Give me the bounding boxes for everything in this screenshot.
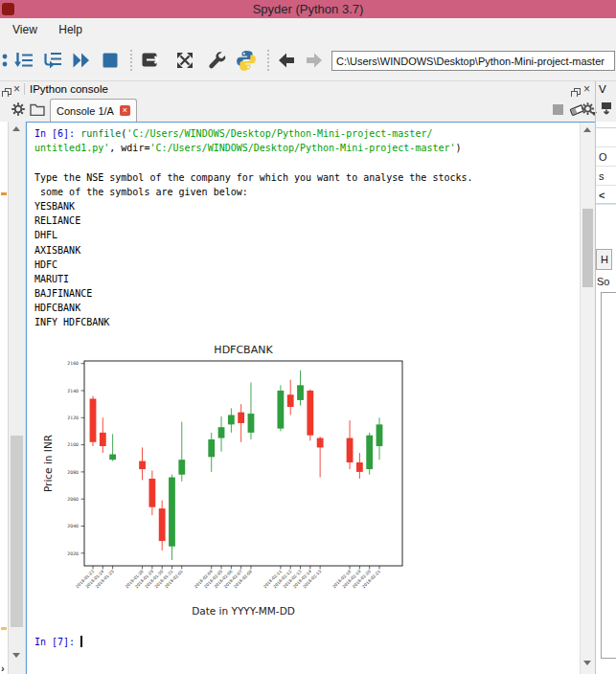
help-row-fragment: s — [596, 167, 616, 186]
python-console-icon[interactable] — [235, 49, 258, 72]
console-line: In [6]: runfile('C:/Users/WINDOWS/Deskto… — [34, 126, 595, 141]
hdfcbank-candlestick-chart: 202020402060208021002120214021602018-01-… — [43, 340, 419, 623]
scroll-down-icon[interactable] — [12, 653, 20, 658]
console-line: MARUTI — [34, 272, 595, 286]
close-pane-icon[interactable]: × — [13, 82, 20, 96]
help-content-box — [601, 292, 616, 659]
maximize-pane-icon[interactable] — [173, 49, 196, 72]
menu-item-view[interactable]: View — [4, 18, 46, 41]
svg-text:2160: 2160 — [67, 361, 79, 366]
back-icon[interactable] — [275, 49, 298, 72]
working-directory-input[interactable] — [331, 51, 615, 71]
console-line: HDFC — [34, 258, 595, 272]
tab-close-icon[interactable]: × — [120, 105, 130, 116]
svg-text:2060: 2060 — [67, 497, 79, 502]
dropdown-arrow-icon — [591, 112, 597, 116]
console-settings-gear-icon[interactable] — [581, 101, 595, 120]
svg-text:2140: 2140 — [67, 388, 79, 393]
editor-scrollbar[interactable] — [9, 122, 26, 674]
help-row-fragment: O — [596, 147, 616, 167]
run-file-icon[interactable] — [140, 49, 163, 72]
run-cell-advance-icon[interactable] — [41, 49, 64, 72]
console-line: DHFL — [34, 228, 595, 242]
console-tab-row: Console 1/A × — [0, 97, 616, 122]
continue-icon[interactable] — [70, 49, 93, 72]
console-line: BAJFINANCE — [34, 286, 595, 301]
close-pane-icon[interactable]: × — [583, 82, 590, 96]
tab-label: Console 1/A — [57, 105, 114, 117]
candlestick-svg: 202020402060208021002120214021602018-01-… — [43, 340, 419, 623]
divider — [24, 83, 25, 95]
forward-icon[interactable] — [303, 49, 326, 72]
prompt-label: In [7]: — [34, 637, 80, 647]
scrollbar-thumb[interactable] — [11, 436, 23, 627]
title-bar[interactable]: Spyder (Python 3.7) — [0, 0, 616, 18]
toolbar-separator — [267, 50, 269, 71]
spyder-app-icon — [2, 3, 14, 15]
window-title: Spyder (Python 3.7) — [0, 0, 616, 18]
menu-item-help[interactable]: Help — [50, 18, 91, 41]
console-line — [34, 155, 595, 169]
ipython-console[interactable]: In [6]: runfile('C:/Users/WINDOWS/Deskto… — [26, 122, 596, 674]
svg-text:2040: 2040 — [67, 524, 79, 528]
scroll-up-icon[interactable] — [583, 127, 591, 132]
main-toolbar — [0, 41, 616, 81]
console-pane-title: IPython console — [30, 81, 108, 97]
console-scrollbar[interactable] — [580, 123, 595, 674]
console-line: some of the symbols are given below: — [34, 185, 595, 199]
console-options-gear-icon[interactable] — [11, 101, 26, 121]
tab-console-1a[interactable]: Console 1/A × — [50, 99, 137, 122]
svg-text:Date in YYYY-MM-DD: Date in YYYY-MM-DD — [192, 605, 295, 617]
help-pane-controls-fragment: O s < — [596, 127, 616, 204]
interrupt-kernel-icon[interactable] — [553, 104, 563, 115]
console-prompt-line[interactable]: In [7]: — [34, 635, 595, 649]
console-line: INFY HDFCBANK — [34, 315, 595, 329]
svg-text:2120: 2120 — [67, 416, 79, 420]
hscroll-arrow-icon[interactable]: › — [1, 663, 5, 674]
preferences-wrench-icon[interactable] — [206, 49, 229, 72]
source-label-fragment: So — [597, 276, 609, 287]
back-button-fragment[interactable]: < — [596, 186, 616, 205]
console-line: Type the NSE symbol of the company for w… — [34, 170, 595, 185]
text-cursor — [80, 636, 82, 647]
editor-pane-fragment: › — [0, 122, 9, 674]
svg-text:2100: 2100 — [67, 442, 79, 447]
scroll-marker — [1, 192, 7, 195]
pane-header-row: × IPython console × — [0, 81, 616, 97]
scroll-marker — [1, 627, 7, 630]
menu-bar: View Help — [0, 18, 616, 41]
run-cell-icon[interactable] — [12, 49, 35, 72]
console-line: YESBANK — [34, 199, 595, 213]
help-pane-fragment: O s < H So — [596, 122, 616, 674]
console-line: HDFCBANK — [34, 301, 595, 315]
right-pane-toolbar-icon-fragment[interactable] — [601, 101, 614, 120]
console-line: RELIANCE — [34, 213, 595, 228]
svg-text:2020: 2020 — [67, 550, 79, 555]
scroll-up-icon[interactable] — [12, 126, 20, 131]
console-line: untitled1.py', wdir='C:/Users/WINDOWS/De… — [34, 141, 595, 155]
console-line: AXISBANK — [34, 243, 595, 258]
browse-tabs-folder-icon[interactable] — [30, 102, 45, 120]
svg-text:2080: 2080 — [67, 469, 79, 474]
stop-icon[interactable] — [99, 49, 122, 72]
help-row-fragment — [596, 128, 616, 147]
scroll-down-icon[interactable] — [583, 661, 591, 665]
run-cell-fragment-icon[interactable] — [0, 49, 10, 72]
help-tab-fragment[interactable]: H — [596, 249, 612, 270]
svg-text:HDFCBANK: HDFCBANK — [214, 344, 273, 356]
console-output: In [6]: runfile('C:/Users/WINDOWS/Deskto… — [34, 126, 595, 330]
scrollbar-thumb[interactable] — [582, 209, 593, 287]
right-pane-title-fragment: V — [599, 81, 606, 97]
svg-text:Price in INR: Price in INR — [43, 435, 54, 492]
spyder-window: Spyder (Python 3.7) View Help — [0, 0, 616, 674]
toolbar-separator — [130, 50, 132, 71]
